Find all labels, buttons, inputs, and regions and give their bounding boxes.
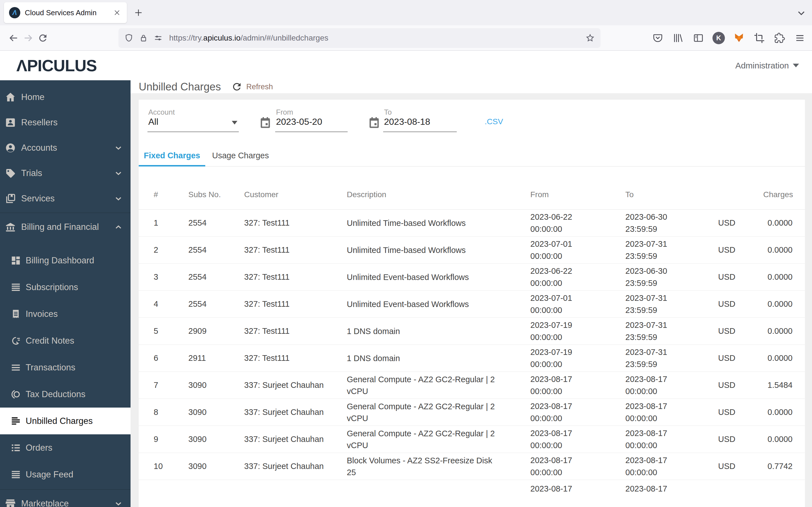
- cell-number: 3: [154, 272, 188, 282]
- tab-fixed-charges[interactable]: Fixed Charges: [139, 145, 205, 166]
- cell-from: 2023-07-0100:00:00: [530, 292, 625, 316]
- tab-usage-charges[interactable]: Usage Charges: [205, 145, 276, 166]
- cell-currency: USD: [718, 299, 763, 309]
- table-row[interactable]: 103090337: Surjeet ChauhanBlock Volumes …: [139, 453, 805, 480]
- screenshot-crop-icon[interactable]: [751, 30, 767, 46]
- permissions-icon[interactable]: [153, 33, 163, 43]
- billing-icon: [4, 221, 16, 233]
- table-row[interactable]: 42554327: Test111Unlimited Event-based W…: [139, 291, 805, 318]
- list-all-tabs-chevron-icon[interactable]: [796, 7, 807, 18]
- table-row[interactable]: 93090337: Surjeet ChauhanGeneral Compute…: [139, 426, 805, 453]
- sidebar-item-resellers[interactable]: Resellers: [0, 110, 131, 135]
- close-tab-icon[interactable]: [112, 8, 122, 17]
- url-scheme: https://try.: [169, 34, 203, 42]
- cell-currency: USD: [718, 435, 763, 444]
- refresh-button[interactable]: Refresh: [231, 81, 273, 93]
- home-icon: [4, 91, 16, 103]
- sidebar-item-label: Credit Notes: [26, 336, 74, 346]
- sidebar-item-label: Resellers: [21, 117, 57, 128]
- table-row[interactable]: 32554327: Test111Unlimited Event-based W…: [139, 264, 805, 291]
- cell-customer: 337: Surjeet Chauhan: [244, 462, 347, 471]
- sidebar-item-usage-feed[interactable]: Usage Feed: [0, 461, 131, 488]
- account-filter-value[interactable]: All: [148, 117, 158, 127]
- column-header-Description: Description: [347, 190, 530, 199]
- table-row[interactable]: 83090337: Surjeet ChauhanGeneral Compute…: [139, 399, 805, 426]
- refresh-label: Refresh: [246, 82, 273, 91]
- browser-tab[interactable]: Λ Cloud Services Admin: [4, 2, 127, 23]
- trials-icon: [4, 167, 16, 179]
- sidebar-item-tax-deductions[interactable]: Tax Deductions: [0, 381, 131, 407]
- to-date-label: To: [384, 108, 392, 117]
- sidebar-item-billing-and-financial[interactable]: Billing and Financial: [0, 214, 131, 240]
- from-date-value[interactable]: 2023-05-20: [276, 117, 322, 127]
- cell-from-time: 00:00:00: [530, 331, 625, 343]
- from-date-underline: [275, 131, 348, 132]
- credit-notes-icon: [10, 335, 21, 346]
- sidebar-item-label: Transactions: [26, 362, 75, 373]
- cell-charges: 0.0000: [763, 299, 793, 309]
- lock-icon[interactable]: [138, 33, 149, 43]
- cell-to-date: 2023-07-31: [625, 319, 718, 331]
- cell-customer: 337: Surjeet Chauhan: [244, 435, 347, 444]
- cell-subs-no: 2909: [188, 327, 244, 336]
- bookmark-star-icon[interactable]: [585, 33, 596, 43]
- sidebar-item-transactions[interactable]: Transactions: [0, 354, 131, 381]
- pocket-icon[interactable]: [650, 30, 666, 46]
- chevron-down-icon: [114, 168, 123, 178]
- calendar-icon[interactable]: [259, 116, 272, 129]
- invoices-icon: [10, 309, 21, 320]
- cell-to-date: 2023-08-17: [625, 427, 718, 439]
- cell-from-time: 00:00:00: [530, 250, 625, 262]
- sidebar-item-billing-dashboard[interactable]: Billing Dashboard: [0, 247, 131, 274]
- back-icon[interactable]: [6, 31, 21, 45]
- sidebar-item-label: Accounts: [21, 143, 57, 153]
- cell-charges: 0.7742: [763, 462, 793, 471]
- cell-subs-no: 2554: [188, 218, 244, 228]
- shield-icon[interactable]: [123, 33, 134, 43]
- cell-from: 2023-07-0100:00:00: [530, 238, 625, 262]
- reload-icon[interactable]: [36, 31, 50, 45]
- sidebar-item-label: Home: [21, 92, 45, 102]
- menu-icon[interactable]: [792, 30, 808, 46]
- cell-number: 8: [154, 407, 188, 417]
- table-row[interactable]: 12554327: Test111Unlimited Time-based Wo…: [139, 210, 805, 237]
- sidebar-item-invoices[interactable]: Invoices: [0, 300, 131, 327]
- table-row[interactable]: 52909327: Test1111 DNS domain2023-07-190…: [139, 318, 805, 345]
- table-row[interactable]: 22554327: Test111Unlimited Time-based Wo…: [139, 237, 805, 264]
- cell-currency: USD: [718, 218, 763, 228]
- metamask-icon[interactable]: [731, 30, 747, 46]
- billing-dashboard-icon: [10, 255, 21, 266]
- cell-description: Unlimited Event-based Workflows: [347, 271, 530, 283]
- cell-charges: 1.5484: [763, 381, 793, 390]
- library-icon[interactable]: [670, 30, 686, 46]
- cell-from: 2023-08-1700:00:00: [530, 454, 625, 478]
- cell-charges: 0.0000: [763, 218, 793, 228]
- sidebar-item-accounts[interactable]: Accounts: [0, 135, 131, 161]
- services-icon: [4, 193, 16, 205]
- sidebar-toggle-icon[interactable]: [690, 30, 707, 46]
- sidebar-item-orders[interactable]: Orders: [0, 434, 131, 461]
- sidebar-item-services[interactable]: Services: [0, 186, 131, 211]
- table-row[interactable]: 73090337: Surjeet ChauhanGeneral Compute…: [139, 372, 805, 399]
- extensions-icon[interactable]: [771, 30, 788, 46]
- to-date-value[interactable]: 2023-08-18: [384, 117, 430, 127]
- sidebar-item-credit-notes[interactable]: Credit Notes: [0, 327, 131, 354]
- calendar-icon[interactable]: [368, 116, 380, 129]
- table-row[interactable]: 62911327: Test1111 DNS domain2023-07-190…: [139, 345, 805, 372]
- profile-avatar[interactable]: K: [711, 30, 727, 46]
- new-tab-icon[interactable]: [133, 7, 144, 18]
- sidebar-item-home[interactable]: Home: [0, 84, 131, 110]
- page-title: Unbilled Charges: [139, 81, 221, 93]
- table-row-partial[interactable]: 2023-08-172023-08-17: [139, 480, 805, 507]
- url-bar[interactable]: https://try.apiculus.io/admin/#/unbilled…: [118, 28, 601, 48]
- sidebar-item-marketplace[interactable]: Marketplace: [0, 491, 131, 507]
- profile-avatar[interactable]: K: [712, 32, 725, 44]
- sidebar-item-subscriptions[interactable]: Subscriptions: [0, 274, 131, 300]
- export-csv-link[interactable]: .CSV: [485, 117, 503, 126]
- sidebar-gap: [0, 240, 131, 247]
- sidebar-item-unbilled-charges[interactable]: Unbilled Charges: [0, 407, 131, 434]
- dropdown-arrow-icon[interactable]: [232, 121, 238, 124]
- sidebar-item-trials[interactable]: Trials: [0, 161, 131, 186]
- administration-menu[interactable]: Administration: [735, 61, 799, 70]
- cell-subs-no: 3090: [188, 381, 244, 390]
